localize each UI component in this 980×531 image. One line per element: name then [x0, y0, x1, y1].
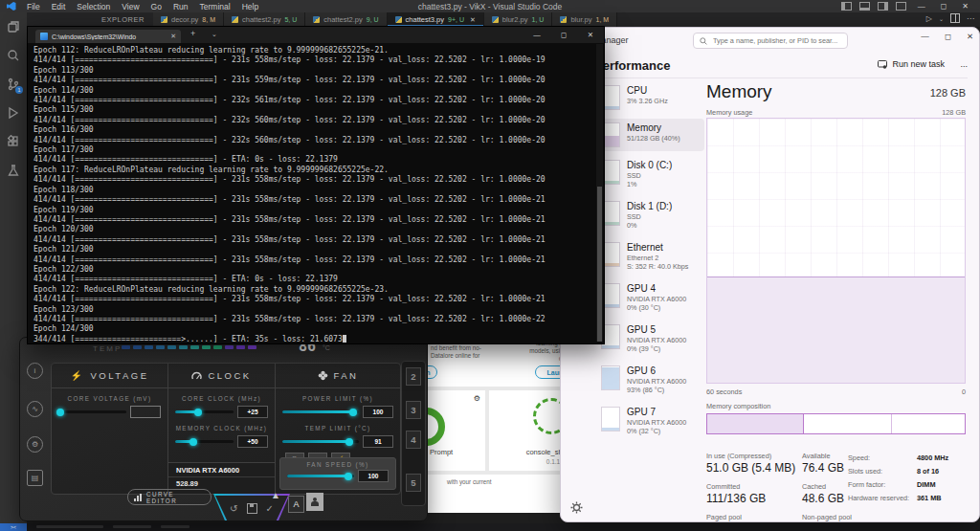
curve-editor-button[interactable]: CURVE EDITOR	[127, 489, 212, 505]
menubar-item[interactable]: Help	[237, 1, 263, 12]
minimize-button[interactable]: —	[914, 2, 929, 11]
editor-tab[interactable]: blur2.py1, U	[484, 12, 553, 27]
toggle-panel-icon[interactable]	[859, 2, 870, 11]
tm-close-button[interactable]: ✕	[967, 32, 973, 41]
terminal-line: 414/414 [==============================]…	[33, 76, 604, 85]
core-clock-slider[interactable]: +25	[168, 406, 275, 418]
editor-tab[interactable]: decor.py8, M	[153, 12, 224, 27]
menubar-item[interactable]: Go	[146, 1, 167, 12]
oc-scanner-icon[interactable]: ∿	[27, 401, 43, 417]
memory-clock-slider[interactable]: +50	[168, 435, 275, 448]
run-debug-icon[interactable]	[0, 99, 27, 127]
tm-settings-gear-icon[interactable]	[570, 501, 583, 514]
toggle-secondary-sidebar-icon[interactable]	[878, 2, 888, 11]
info-icon[interactable]: i	[27, 363, 43, 379]
menubar-item[interactable]: Run	[168, 1, 193, 12]
monitor-icon[interactable]: ▤	[27, 470, 43, 486]
menubar-item[interactable]: Edit	[47, 1, 71, 12]
tm-maximize-button[interactable]: ◻	[945, 32, 951, 41]
terminal-titlebar[interactable]: C:\windows\System32\Windo ✕ + ⌄ — ◻ ✕	[28, 27, 604, 43]
split-editor-icon[interactable]	[950, 13, 960, 23]
terminal-output[interactable]: Epoch 112: ReduceLROnPlateau reducing le…	[28, 43, 604, 343]
core-voltage-slider[interactable]	[52, 406, 167, 418]
card-description-fragment: Datalore online for	[431, 352, 486, 360]
power-limit-value[interactable]: 100	[363, 406, 393, 418]
terminal-scrollbar[interactable]	[596, 44, 603, 342]
profile-button-5[interactable]: 5	[406, 474, 421, 492]
tab-badge: 8, M	[202, 16, 215, 23]
terminal-minimize-button[interactable]: —	[523, 31, 550, 39]
customize-layout-icon[interactable]	[896, 2, 906, 11]
tm-minimize-button[interactable]: —	[921, 32, 929, 41]
memory-clock-value[interactable]: +50	[237, 435, 268, 448]
editor-tab[interactable]: chattest2.py5, U	[224, 12, 305, 27]
core-voltage-value[interactable]	[130, 406, 161, 418]
run-new-task-button[interactable]: Run new task	[878, 59, 945, 69]
search-input[interactable]	[711, 35, 841, 46]
search-box[interactable]	[693, 33, 848, 49]
menubar-item[interactable]: Terminal	[195, 1, 235, 12]
scrollbar-thumb[interactable]	[597, 187, 602, 342]
sidebar-item-gpu-7[interactable]: GPU 7NVIDIA RTX A60000% (32 °C)	[597, 403, 704, 439]
terminal-tab-close-icon[interactable]: ✕	[170, 33, 176, 40]
remote-indicator[interactable]: ><	[0, 523, 27, 531]
editor-more-icon[interactable]: ⋯	[967, 14, 974, 23]
sidebar-item-gpu-6[interactable]: GPU 6NVIDIA RTX A600093% (86 °C)	[597, 362, 704, 398]
tab-badge: 9, U	[367, 16, 379, 23]
user-profile-button[interactable]	[306, 493, 323, 511]
sidebar-item-name: GPU 7	[627, 407, 686, 418]
launch-button[interactable]: Launch	[428, 365, 437, 379]
new-tab-icon[interactable]: +	[190, 29, 195, 38]
terminal-tab[interactable]: C:\windows\System32\Windo ✕	[35, 30, 181, 43]
sidebar-item-cpu[interactable]: CPU3% 3.26 GHz	[597, 81, 704, 114]
fan-speed-value[interactable]: 100	[358, 470, 389, 482]
editor-tab[interactable]: chattest2.py9, U	[305, 12, 387, 27]
menubar-item[interactable]: View	[117, 1, 144, 12]
sidebar-item-gpu-5[interactable]: GPU 5NVIDIA RTX A60000% (39 °C)	[597, 321, 704, 357]
menubar-item[interactable]: File	[22, 1, 45, 12]
run-dropdown-icon[interactable]: ⌄	[939, 15, 944, 22]
tm-more-icon[interactable]: ...	[960, 59, 968, 69]
sidebar-item-gpu-4[interactable]: GPU 4NVIDIA RTX A60000% (30 °C)	[597, 279, 704, 316]
app-card-prompt[interactable]: ⚙ Prompt	[428, 390, 485, 471]
menubar-item[interactable]: Selection	[72, 1, 115, 12]
explorer-icon[interactable]	[0, 12, 27, 41]
reset-icon[interactable]: ↺	[230, 503, 237, 514]
terminal-close-button[interactable]: ✕	[577, 31, 604, 39]
save-icon[interactable]	[247, 503, 257, 514]
sidebar-item-disk-1-d-[interactable]: Disk 1 (D:)SSD0%	[597, 197, 704, 233]
stat-value: 111/136 GB	[706, 492, 795, 505]
memory-composition-bar[interactable]	[706, 413, 966, 434]
search-icon[interactable]	[0, 41, 27, 70]
tab-dropdown-icon[interactable]: ⌄	[212, 31, 217, 38]
power-limit-slider[interactable]: 100	[276, 406, 400, 418]
toggle-sidebar-icon[interactable]	[841, 2, 852, 11]
extensions-icon[interactable]	[0, 127, 27, 156]
settings-gear-icon[interactable]: ⚙	[27, 436, 43, 453]
sidebar-item-name: GPU 5	[627, 324, 686, 336]
core-clock-value[interactable]: +25	[237, 406, 268, 418]
profile-button-4[interactable]: 4	[406, 431, 421, 449]
editor-tab[interactable]: chattest3.py9+, U✕	[388, 12, 484, 27]
autofan-button[interactable]: A	[288, 496, 304, 513]
profile-button-2[interactable]: 2	[406, 367, 421, 386]
run-python-icon[interactable]: ▷	[926, 14, 932, 23]
sidebar-item-ethernet[interactable]: EthernetEthernet 2S: 352 R: 40.0 Kbps	[597, 238, 704, 275]
python-file-icon	[395, 16, 402, 23]
close-button[interactable]: ✕	[958, 2, 972, 11]
profile-button-3[interactable]: 3	[406, 401, 421, 419]
temp-limit-value[interactable]: 91	[363, 435, 393, 448]
collapse-arrow-icon[interactable]: ▲	[271, 490, 280, 500]
card-gear-icon[interactable]: ⚙	[474, 394, 480, 403]
sidebar-item-disk-0-c-[interactable]: Disk 0 (C:)SSD1%	[597, 156, 704, 192]
temp-limit-slider[interactable]: 91	[276, 435, 400, 448]
testing-icon[interactable]	[0, 156, 27, 185]
editor-tab[interactable]: blur.py1, M	[552, 12, 617, 27]
apply-icon[interactable]: ✓	[266, 503, 274, 514]
terminal-maximize-button[interactable]: ◻	[550, 31, 577, 39]
source-control-icon[interactable]: 1	[0, 70, 27, 99]
restore-button[interactable]: ◻	[937, 2, 951, 11]
tab-close-icon[interactable]: ✕	[470, 16, 476, 24]
sidebar-item-memory[interactable]: Memory51/128 GB (40%)	[597, 119, 704, 151]
fan-speed-slider[interactable]: 100	[280, 470, 395, 482]
